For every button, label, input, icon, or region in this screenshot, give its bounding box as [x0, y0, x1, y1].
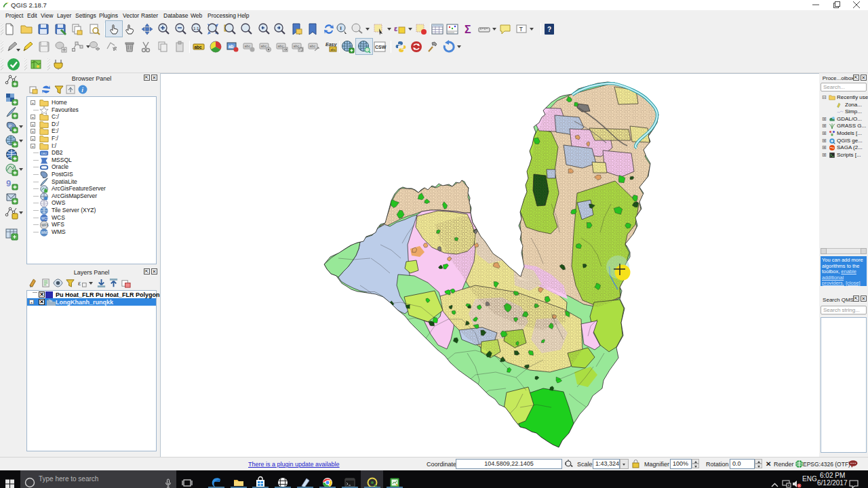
svg-text:P: P [9, 124, 12, 128]
svg-text:9: 9 [6, 178, 11, 188]
svg-text:WCS: WCS [41, 217, 49, 220]
svg-text:WMS: WMS [41, 231, 49, 235]
svg-text:CSW: CSW [375, 45, 387, 49]
svg-text:WFS: WFS [41, 224, 49, 227]
svg-text:abc: abc [245, 44, 251, 48]
svg-text:abc: abc [261, 44, 267, 48]
svg-text:abc: abc [310, 44, 316, 48]
svg-text:?: ? [547, 26, 551, 33]
svg-text:abc: abc [195, 45, 203, 49]
svg-text:DB2: DB2 [41, 152, 47, 155]
svg-text:Σ: Σ [465, 24, 471, 35]
svg-text:T: T [519, 26, 524, 33]
svg-text:i: i [340, 25, 342, 31]
svg-text:ε: ε [78, 280, 81, 287]
svg-text:ab: ab [229, 44, 234, 49]
svg-text:ε: ε [394, 24, 398, 33]
svg-text:abc: abc [331, 48, 336, 52]
svg-text:1:1: 1:1 [193, 26, 199, 30]
